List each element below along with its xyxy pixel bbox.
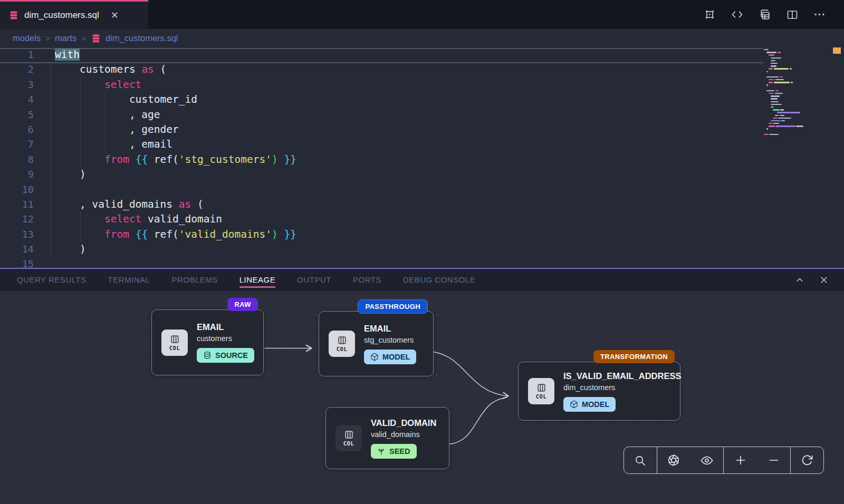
node-text: IS_VALID_EMAIL_ADDRESSdim_customersMODEL (563, 371, 681, 412)
code-line: from {{ ref('valid_domains') }} (55, 227, 296, 242)
panel-tab-query-results[interactable]: QUERY RESULTS (17, 272, 87, 288)
minimap-row (756, 133, 825, 136)
minus-icon[interactable] (768, 454, 780, 467)
line-number: 2 (0, 62, 34, 77)
node-title: VALID_DOMAIN (371, 418, 436, 428)
column-chip-label: COL (343, 440, 354, 447)
code-line: customer_id (55, 92, 296, 107)
panel-tab-debug-console[interactable]: DEBUG CONSOLE (403, 272, 475, 288)
panel-tab-output[interactable]: OUTPUT (297, 272, 331, 288)
line-number: 14 (0, 242, 34, 257)
eye-icon[interactable] (701, 454, 713, 467)
column-chip-icon: COL (335, 425, 362, 451)
close-icon[interactable] (819, 275, 829, 285)
line-number: 15 (0, 257, 34, 268)
type-badge-label: SOURCE (215, 351, 248, 360)
code-line: customers as ( (55, 62, 296, 77)
column-chip-icon: COL (528, 378, 554, 404)
node-subtitle: dim_customers (563, 383, 615, 392)
line-number: 4 (0, 92, 34, 107)
code-line: ) (55, 167, 296, 182)
breadcrumb-segment[interactable]: models (13, 33, 41, 43)
node-title: EMAIL (364, 324, 391, 334)
column-chip-label: COL (169, 345, 180, 351)
panel-tab-terminal[interactable]: TERMINAL (108, 272, 150, 288)
column-chip-icon: COL (329, 331, 355, 357)
lineage-canvas[interactable]: RAWCOLEMAILcustomersSOURCEPASSTHROUGHCOL… (0, 291, 844, 504)
panel-actions (794, 275, 829, 285)
lineage-toolbar (624, 447, 824, 474)
code-line: , email (55, 137, 296, 152)
aperture-icon[interactable] (667, 454, 680, 467)
open-as-code-icon[interactable] (731, 8, 744, 21)
line-number: 8 (0, 152, 34, 167)
split-editor-icon[interactable] (785, 8, 799, 21)
breadcrumb-file-name: dim_customers.sql (106, 33, 178, 43)
code-line: select valid_domain (55, 212, 296, 227)
titlebar: dim_customers.sql ✕ (0, 0, 844, 29)
tab-close-icon[interactable]: ✕ (111, 11, 119, 20)
line-number: 5 (0, 108, 34, 122)
node-subtitle: stg_customers (364, 336, 414, 344)
more-actions-icon[interactable] (813, 8, 826, 21)
lineage-node-customers[interactable]: RAWCOLEMAILcustomersSOURCE (151, 309, 264, 375)
code-line: , valid_domains as ( (55, 197, 296, 212)
line-number: 7 (0, 137, 34, 152)
panel-tab-problems[interactable]: PROBLEMS (171, 272, 217, 288)
node-text: EMAILstg_customersMODEL (364, 324, 416, 364)
toolbar-group (723, 447, 790, 473)
code-lines: with customers as ( select customer_id ,… (55, 47, 296, 268)
plus-icon[interactable] (734, 454, 747, 467)
line-number: 9 (0, 167, 34, 182)
panel-tab-lineage[interactable]: LINEAGE (239, 272, 276, 288)
bottom-panel-header: QUERY RESULTSTERMINALPROBLEMSLINEAGEOUTP… (0, 268, 844, 291)
lineage-node-stg-customers[interactable]: PASSTHROUGHCOLEMAILstg_customersMODEL (319, 311, 434, 376)
type-badge-model: MODEL (563, 397, 616, 412)
code-editor[interactable]: 123456789101112131415 with customers as … (0, 47, 844, 268)
lineage-node-valid-domains[interactable]: COLVALID_DOMAINvalid_domainsSEED (325, 407, 449, 469)
lineage-node-dim-customers[interactable]: TRANSFORMATIONCOLIS_VALID_EMAIL_ADDRESSd… (518, 362, 680, 421)
lineage-badge-raw: RAW (227, 298, 258, 311)
toolbar-group (657, 447, 723, 473)
database-icon (8, 10, 19, 21)
app-window: dim_customers.sql ✕ models>marts>dim_cus… (0, 0, 844, 504)
column-chip-icon: COL (161, 329, 188, 356)
database-small-icon (203, 351, 212, 360)
column-chip-label: COL (536, 393, 546, 400)
editor-tab-dim-customers[interactable]: dim_customers.sql ✕ (0, 0, 148, 29)
search-icon[interactable] (634, 454, 647, 467)
node-subtitle: valid_domains (371, 430, 420, 439)
breadcrumb-file[interactable]: dim_customers.sql (91, 33, 178, 44)
line-number: 11 (0, 197, 34, 212)
type-badge-seed: SEED (371, 444, 417, 459)
panel-tab-ports[interactable]: PORTS (353, 272, 381, 288)
breadcrumb-separator: > (81, 34, 86, 43)
node-subtitle: customers (197, 334, 232, 343)
node-text: EMAILcustomersSOURCE (197, 322, 254, 363)
minimap[interactable] (756, 49, 825, 143)
code-line: select (55, 77, 296, 92)
code-line: , age (55, 108, 296, 122)
breadcrumb: models>marts>dim_customers.sql (0, 29, 844, 47)
node-title: IS_VALID_EMAIL_ADDRESS (563, 371, 681, 381)
code-line: from {{ ref('stg_customers') }} (55, 152, 296, 167)
type-badge-model: MODEL (364, 350, 416, 364)
type-badge-label: SEED (389, 447, 410, 455)
lineage-badge-passthrough: PASSTHROUGH (358, 299, 428, 314)
breadcrumb-segment[interactable]: marts (55, 33, 76, 43)
type-badge-label: MODEL (382, 353, 410, 361)
refresh-icon[interactable] (801, 454, 813, 467)
overview-ruler-marker (833, 47, 841, 54)
line-number: 6 (0, 122, 34, 137)
code-line: , gender (55, 122, 296, 137)
copy-table-icon[interactable] (758, 8, 771, 21)
node-body: COLEMAILcustomersSOURCE (152, 310, 263, 375)
line-number-gutter: 123456789101112131415 (0, 47, 34, 268)
node-body: COLVALID_DOMAINvalid_domainsSEED (326, 408, 449, 469)
breadcrumb-separator: > (45, 34, 50, 43)
chevron-up-icon[interactable] (794, 275, 805, 285)
database-icon (91, 33, 101, 44)
dbt-extension-icon[interactable] (703, 8, 716, 21)
lineage-badge-transformation: TRANSFORMATION (593, 350, 675, 363)
code-line (55, 182, 296, 197)
